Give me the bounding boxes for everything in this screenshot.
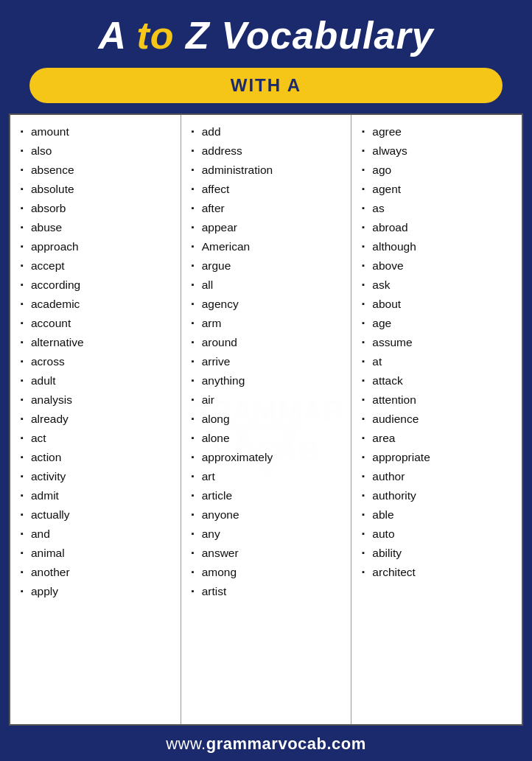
bullet-icon: ▪	[192, 527, 202, 540]
list-item: ▪about	[362, 295, 516, 314]
word-text: amount	[31, 123, 69, 141]
list-item: ▪alternative	[21, 333, 175, 352]
bullet-icon: ▪	[192, 164, 202, 176]
word-text: all	[202, 276, 214, 294]
word-text: absence	[31, 161, 74, 179]
word-text: admit	[31, 487, 59, 505]
word-text: American	[202, 238, 250, 256]
word-text: address	[202, 142, 242, 160]
word-text: at	[372, 353, 382, 371]
list-item: ▪abroad	[362, 218, 516, 237]
list-item: ▪audience	[362, 410, 516, 429]
word-text: activity	[31, 468, 66, 485]
word-text: attention	[372, 391, 416, 409]
word-column-2: ▪agree▪always▪ago▪agent▪as▪abroad▪althou…	[351, 115, 522, 724]
list-item: ▪attack	[362, 371, 516, 390]
bullet-icon: ▪	[362, 317, 372, 329]
bullet-icon: ▪	[192, 298, 202, 310]
word-text: any	[202, 525, 220, 543]
word-text: after	[202, 200, 225, 217]
list-item: ▪any	[192, 525, 346, 544]
word-text: across	[31, 353, 65, 371]
bullet-icon: ▪	[362, 527, 372, 540]
list-item: ▪all	[192, 276, 346, 295]
bullet-icon: ▪	[21, 413, 31, 425]
word-text: area	[372, 429, 395, 447]
bullet-icon: ▪	[192, 317, 202, 329]
bullet-icon: ▪	[362, 336, 372, 348]
list-item: ▪after	[192, 199, 346, 218]
bullet-icon: ▪	[362, 451, 372, 463]
list-item: ▪adult	[21, 371, 175, 390]
bullet-icon: ▪	[192, 125, 202, 138]
word-text: assume	[372, 334, 412, 351]
word-text: argue	[202, 257, 231, 275]
word-text: alternative	[31, 334, 84, 351]
bullet-icon: ▪	[362, 393, 372, 406]
word-text: article	[202, 487, 232, 505]
subtitle-text: WITH A	[231, 75, 301, 95]
list-item: ▪already	[21, 410, 175, 429]
word-text: arm	[202, 315, 222, 332]
list-item: ▪agree	[362, 122, 516, 141]
list-item: ▪apply	[21, 582, 175, 601]
bullet-icon: ▪	[21, 508, 31, 521]
list-item: ▪absence	[21, 161, 175, 180]
word-text: abuse	[31, 219, 62, 236]
word-text: art	[202, 468, 215, 485]
list-item: ▪as	[362, 199, 516, 218]
bullet-icon: ▪	[192, 259, 202, 272]
bullet-icon: ▪	[21, 489, 31, 502]
bullet-icon: ▪	[362, 470, 372, 483]
bullet-icon: ▪	[21, 451, 31, 463]
list-item: ▪activity	[21, 467, 175, 486]
word-text: approximately	[202, 449, 273, 466]
list-item: ▪agency	[192, 295, 346, 314]
bullet-icon: ▪	[192, 566, 202, 578]
list-item: ▪ago	[362, 161, 516, 180]
list-item: ▪address	[192, 141, 346, 161]
bullet-icon: ▪	[362, 259, 372, 272]
word-text: analysis	[31, 391, 72, 409]
list-item: ▪article	[192, 486, 346, 505]
content-area: GRAMMAR VOCAB ▪amount▪also▪absence▪absol…	[9, 113, 523, 726]
list-item: ▪alone	[192, 429, 346, 448]
word-text: author	[372, 468, 405, 485]
word-text: approach	[31, 238, 79, 256]
word-text: apply	[31, 583, 58, 600]
bullet-icon: ▪	[362, 432, 372, 444]
list-item: ▪argue	[192, 256, 346, 276]
bullet-icon: ▪	[21, 393, 31, 406]
word-text: answer	[202, 544, 239, 562]
bullet-icon: ▪	[21, 527, 31, 540]
word-text: artist	[202, 583, 227, 600]
bullet-icon: ▪	[21, 336, 31, 348]
word-text: always	[372, 142, 407, 160]
word-text: agree	[372, 123, 402, 141]
list-item: ▪agent	[362, 180, 516, 199]
word-column-0: ▪amount▪also▪absence▪absolute▪absorb▪abu…	[10, 115, 181, 724]
word-text: about	[372, 295, 401, 313]
list-item: ▪area	[362, 429, 516, 448]
word-text: ago	[372, 161, 391, 179]
list-item: ▪abuse	[21, 218, 175, 237]
list-item: ▪although	[362, 237, 516, 256]
word-text: action	[31, 449, 61, 466]
footer-url: www.grammarvocab.com	[166, 734, 366, 753]
list-item: ▪another	[21, 563, 175, 582]
subtitle-bar: WITH A	[29, 68, 503, 103]
word-text: administration	[202, 161, 273, 179]
word-text: and	[31, 525, 50, 543]
word-text: accept	[31, 257, 65, 275]
list-item: ▪appropriate	[362, 448, 516, 467]
list-item: ▪admit	[21, 486, 175, 505]
bullet-icon: ▪	[21, 144, 31, 157]
word-text: ask	[372, 276, 390, 294]
word-text: add	[202, 123, 221, 141]
list-item: ▪around	[192, 333, 346, 352]
word-text: agency	[202, 295, 239, 313]
title-a: A	[98, 14, 136, 57]
bullet-icon: ▪	[362, 413, 372, 425]
list-item: ▪always	[362, 141, 516, 161]
word-text: animal	[31, 544, 65, 562]
